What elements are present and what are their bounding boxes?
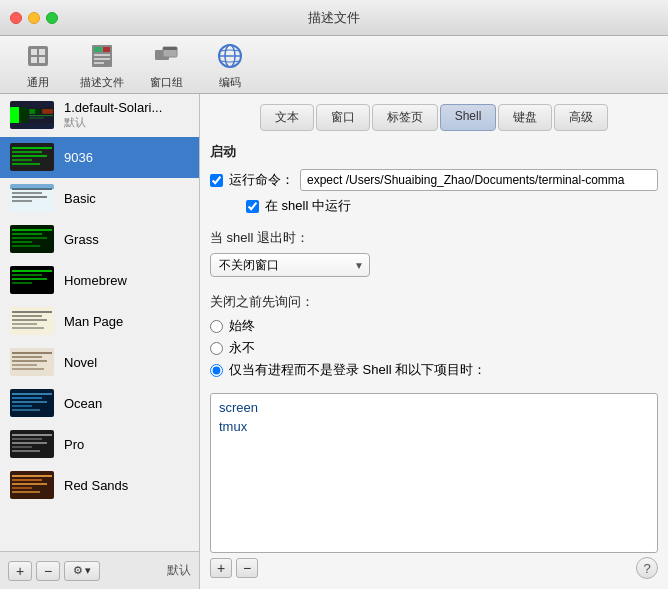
tab-tab[interactable]: 标签页 [372, 104, 438, 131]
run-command-label: 运行命令： [229, 171, 294, 189]
run-command-input[interactable] [300, 169, 658, 191]
sidebar-item-9036[interactable]: 9036 [0, 137, 199, 178]
shell-exit-select[interactable]: 不关闭窗口 关闭窗口 关闭标签页 [210, 253, 370, 277]
item-text-default-solari: 1.default-Solari... 默认 [64, 100, 162, 130]
svg-rect-61 [12, 397, 42, 399]
item-text-9036: 9036 [64, 150, 93, 165]
item-text-basic: Basic [64, 191, 96, 206]
encoding-icon [214, 40, 246, 72]
svg-rect-23 [29, 117, 44, 118]
svg-rect-72 [12, 475, 52, 477]
svg-rect-10 [94, 58, 110, 60]
sidebar-item-novel[interactable]: Novel [0, 342, 199, 383]
svg-rect-25 [12, 147, 52, 149]
right-panel: 文本 窗口 标签页 Shell 键盘 高级 启动 运行命令： 在 shell 中… [200, 94, 668, 589]
window-groups-icon [150, 40, 182, 72]
gear-menu-button[interactable]: ⚙ ▾ [64, 561, 100, 581]
help-button[interactable]: ? [636, 557, 658, 579]
item-text-grass: Grass [64, 232, 99, 247]
svg-rect-39 [12, 237, 47, 239]
item-title-basic: Basic [64, 191, 96, 206]
sidebar-item-ocean[interactable]: Ocean [0, 383, 199, 424]
remove-profile-button[interactable]: − [36, 561, 60, 581]
svg-rect-7 [94, 47, 102, 52]
svg-rect-63 [12, 405, 32, 407]
toolbar-encoding[interactable]: 编码 [208, 40, 252, 90]
add-profile-button[interactable]: + [8, 561, 32, 581]
svg-rect-56 [12, 360, 47, 362]
item-text-novel: Novel [64, 355, 97, 370]
run-in-shell-label: 在 shell 中运行 [265, 197, 351, 215]
svg-rect-22 [29, 115, 53, 116]
svg-rect-38 [12, 233, 42, 235]
tab-window[interactable]: 窗口 [316, 104, 370, 131]
svg-rect-60 [12, 393, 52, 395]
svg-rect-4 [39, 57, 45, 63]
run-command-checkbox[interactable] [210, 174, 223, 187]
svg-rect-1 [31, 49, 37, 55]
minimize-button[interactable] [28, 12, 40, 24]
svg-rect-49 [12, 315, 42, 317]
remove-process-button[interactable]: − [236, 558, 258, 578]
tab-keyboard[interactable]: 键盘 [498, 104, 552, 131]
svg-rect-37 [12, 229, 52, 231]
svg-rect-55 [12, 356, 42, 358]
shell-exit-select-row: 不关闭窗口 关闭窗口 关闭标签页 [210, 253, 658, 277]
svg-rect-46 [12, 282, 32, 284]
close-always-radio[interactable] [210, 320, 223, 333]
svg-rect-40 [12, 241, 32, 243]
default-label[interactable]: 默认 [167, 562, 191, 579]
item-title-9036: 9036 [64, 150, 93, 165]
tab-text[interactable]: 文本 [260, 104, 314, 131]
sidebar-item-basic[interactable]: Basic [0, 178, 199, 219]
svg-rect-41 [12, 245, 40, 247]
sidebar-item-pro[interactable]: Pro [0, 424, 199, 465]
tab-shell[interactable]: Shell [440, 104, 497, 131]
main-content: 1.default-Solari... 默认 [0, 94, 668, 589]
window-title: 描述文件 [308, 9, 360, 27]
startup-section-title: 启动 [210, 143, 658, 161]
thumb-ocean [10, 389, 54, 417]
thumb-9036 [10, 143, 54, 171]
toolbar-general[interactable]: 通用 [16, 40, 60, 90]
item-title-homebrew: Homebrew [64, 273, 127, 288]
close-never-row: 永不 [210, 339, 658, 357]
svg-rect-67 [12, 438, 42, 440]
tab-advanced[interactable]: 高级 [554, 104, 608, 131]
sidebar-item-homebrew[interactable]: Homebrew [0, 260, 199, 301]
sidebar-item-grass[interactable]: Grass [0, 219, 199, 260]
thumb-default-solari [10, 101, 54, 129]
close-never-radio[interactable] [210, 342, 223, 355]
run-in-shell-checkbox[interactable] [246, 200, 259, 213]
close-process-radio[interactable] [210, 364, 223, 377]
sidebar-list: 1.default-Solari... 默认 [0, 94, 199, 551]
run-command-row: 运行命令： [210, 169, 658, 191]
svg-rect-54 [12, 352, 52, 354]
maximize-button[interactable] [46, 12, 58, 24]
sidebar-item-man-page[interactable]: Man Page [0, 301, 199, 342]
svg-rect-20 [29, 109, 35, 114]
item-title-pro: Pro [64, 437, 84, 452]
close-button[interactable] [10, 12, 22, 24]
svg-rect-35 [10, 184, 54, 189]
item-title-grass: Grass [64, 232, 99, 247]
process-item-screen: screen [215, 398, 653, 417]
sidebar-item-red-sands[interactable]: Red Sands [0, 465, 199, 506]
sidebar-item-default-solari[interactable]: 1.default-Solari... 默认 [0, 94, 199, 137]
svg-rect-75 [12, 487, 32, 489]
svg-rect-2 [39, 49, 45, 55]
process-list-footer: + − ? [210, 557, 658, 579]
svg-rect-9 [94, 54, 110, 56]
close-process-row: 仅当有进程而不是登录 Shell 和以下项目时： [210, 361, 658, 379]
item-subtitle-default-solari: 默认 [64, 115, 162, 130]
process-item-tmux: tmux [215, 417, 653, 436]
toolbar-profiles[interactable]: 描述文件 [80, 40, 124, 90]
toolbar-profiles-label: 描述文件 [80, 75, 124, 90]
item-text-ocean: Ocean [64, 396, 102, 411]
svg-rect-28 [12, 159, 32, 161]
toolbar-window-groups[interactable]: 窗口组 [144, 40, 188, 90]
add-process-button[interactable]: + [210, 558, 232, 578]
traffic-lights [10, 12, 58, 24]
svg-rect-11 [94, 62, 104, 64]
svg-rect-33 [12, 196, 47, 198]
